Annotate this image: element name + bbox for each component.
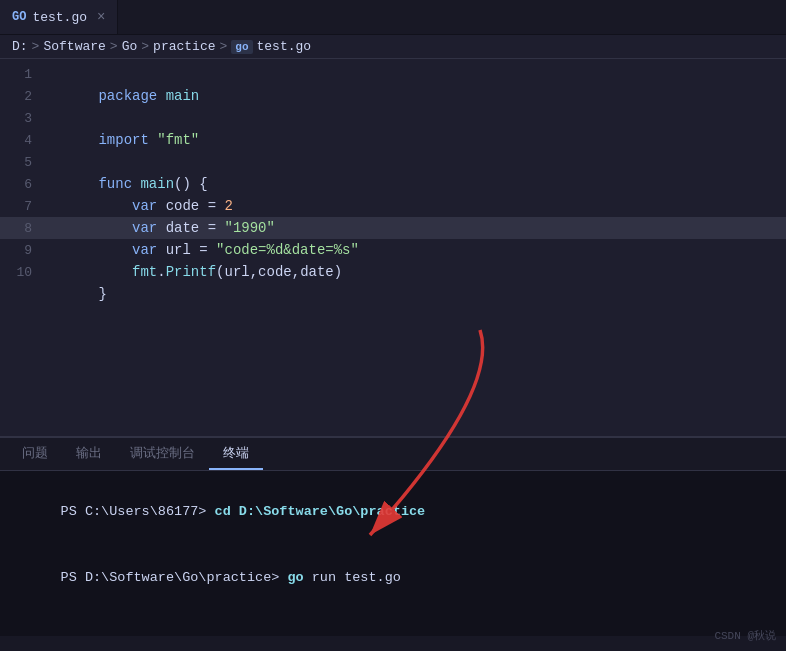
line-content-2 xyxy=(48,85,786,107)
breadcrumb: D: > Software > Go > practice > go test.… xyxy=(0,35,786,59)
line-number-7: 7 xyxy=(0,196,48,218)
code-editor[interactable]: 1 package main 2 3 import "fmt" 4 5 func… xyxy=(0,59,786,389)
tab-problems[interactable]: 问题 xyxy=(8,438,62,470)
breadcrumb-go[interactable]: Go xyxy=(122,39,138,54)
go-icon: GO xyxy=(12,10,26,24)
terminal-line-1: PS C:\Users\86177> cd D:\Software\Go\pra… xyxy=(12,479,774,545)
code-line-3: 3 import "fmt" xyxy=(0,107,786,129)
tab-close-button[interactable]: × xyxy=(97,9,105,25)
watermark: CSDN @秋说 xyxy=(714,628,776,643)
code-line-4: 4 xyxy=(0,129,786,151)
line-number-5: 5 xyxy=(0,152,48,174)
line-number-10: 10 xyxy=(0,262,48,284)
code-line-2: 2 xyxy=(0,85,786,107)
breadcrumb-sep3: > xyxy=(141,39,149,54)
code-line-9: 9 fmt.Printf(url,code,date) xyxy=(0,239,786,261)
tab-terminal[interactable]: 终端 xyxy=(209,438,263,470)
line-number-8: 8 xyxy=(0,218,48,240)
line-number-2: 2 xyxy=(0,86,48,108)
breadcrumb-software[interactable]: Software xyxy=(43,39,105,54)
bottom-panel: 问题 输出 调试控制台 终端 PS C:\Users\86177> cd D:\… xyxy=(0,436,786,651)
line-number-1: 1 xyxy=(0,64,48,86)
code-line-1: 1 package main xyxy=(0,63,786,85)
panel-tab-bar: 问题 输出 调试控制台 终端 xyxy=(0,438,786,471)
tab-debug-console[interactable]: 调试控制台 xyxy=(116,438,209,470)
line-number-4: 4 xyxy=(0,130,48,152)
code-line-8: 8 var url = "code=%d&date=%s" xyxy=(0,217,786,239)
terminal-line-3: Code=2&date=1990 xyxy=(12,611,774,636)
breadcrumb-practice[interactable]: practice xyxy=(153,39,215,54)
code-line-6: 6 var code = 2 xyxy=(0,173,786,195)
line-number-9: 9 xyxy=(0,240,48,262)
breadcrumb-go-icon: go xyxy=(231,40,252,54)
breadcrumb-sep2: > xyxy=(110,39,118,54)
breadcrumb-sep1: > xyxy=(32,39,40,54)
breadcrumb-sep4: > xyxy=(220,39,228,54)
tab-filename: test.go xyxy=(32,10,87,25)
breadcrumb-drive: D: xyxy=(12,39,28,54)
tab-bar: GO test.go × xyxy=(0,0,786,35)
line-number-3: 3 xyxy=(0,108,48,130)
tab-test-go[interactable]: GO test.go × xyxy=(0,0,118,34)
line-content-10: } xyxy=(48,261,786,327)
tab-output[interactable]: 输出 xyxy=(62,438,116,470)
terminal[interactable]: PS C:\Users\86177> cd D:\Software\Go\pra… xyxy=(0,471,786,636)
line-content-4 xyxy=(48,129,786,151)
code-line-7: 7 var date = "1990" xyxy=(0,195,786,217)
code-line-10: 10 } xyxy=(0,261,786,283)
terminal-line-2: PS D:\Software\Go\practice> go run test.… xyxy=(12,545,774,611)
line-number-6: 6 xyxy=(0,174,48,196)
code-line-5: 5 func main() { xyxy=(0,151,786,173)
breadcrumb-file: test.go xyxy=(257,39,312,54)
